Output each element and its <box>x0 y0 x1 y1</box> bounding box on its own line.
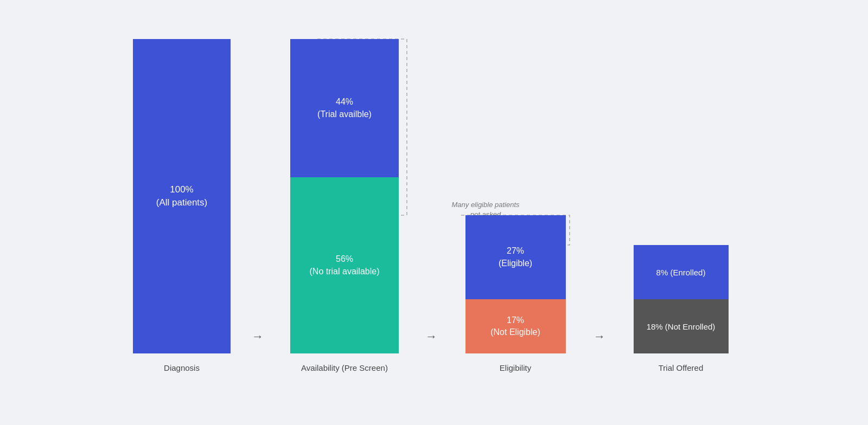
segment-all-patients: 100% (All patients) <box>133 39 231 353</box>
label-diagnosis: Diagnosis <box>164 363 200 372</box>
arrow-3: → <box>578 330 621 353</box>
bar-group-availability: 44% (Trial availble) 56% (No trial avail… <box>279 39 410 353</box>
labels-row: Diagnosis Availability (Pre Screen) Elig… <box>27 363 841 373</box>
segment-not-eligible: 17% (Not Eligible) <box>465 299 566 353</box>
bar-group-eligibility: 27% (Eligible) 17% (Not Eligible) <box>453 215 578 353</box>
arrow-1: → <box>236 330 279 353</box>
chart-container: Many eligible patients not asked 100% (A… <box>27 17 841 408</box>
segment-eligible: 27% (Eligible) <box>465 215 566 299</box>
label-trial-offered: Trial Offered <box>659 363 704 372</box>
segment-trial-available: 44% (Trial availble) <box>290 39 399 177</box>
segment-no-trial-available: 56% (No trial available) <box>290 177 399 353</box>
bar-stack-availability: 44% (Trial availble) 56% (No trial avail… <box>290 39 399 353</box>
bar-group-trial-offered: 8% (Enrolled) 18% (Not Enrolled) <box>621 245 741 353</box>
bar-stack-trial-offered: 8% (Enrolled) 18% (Not Enrolled) <box>634 245 729 353</box>
bar-group-diagnosis: 100% (All patients) <box>127 39 236 353</box>
segment-not-enrolled: 18% (Not Enrolled) <box>634 299 729 353</box>
bars-row: Many eligible patients not asked 100% (A… <box>27 17 841 353</box>
label-eligibility: Eligibility <box>500 363 531 372</box>
bar-stack-eligibility: 27% (Eligible) 17% (Not Eligible) <box>465 215 566 353</box>
svg-text:Many eligible patients: Many eligible patients <box>451 201 520 209</box>
bar-stack-diagnosis: 100% (All patients) <box>133 39 231 353</box>
arrow-2: → <box>410 330 453 353</box>
label-availability: Availability (Pre Screen) <box>301 363 388 372</box>
segment-enrolled: 8% (Enrolled) <box>634 245 729 299</box>
